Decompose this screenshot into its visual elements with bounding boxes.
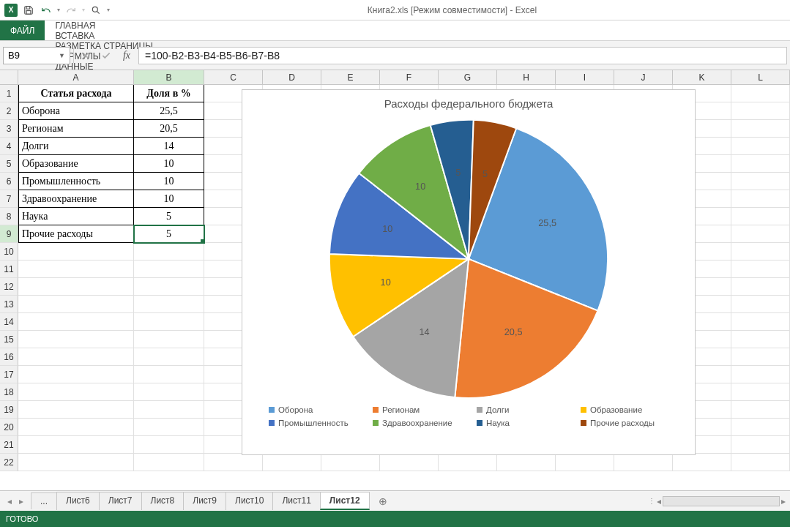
row-header-5[interactable]: 5 bbox=[0, 155, 18, 173]
row-header-10[interactable]: 10 bbox=[0, 243, 18, 261]
col-header-E[interactable]: E bbox=[321, 70, 380, 84]
sheet-tab-Лист10[interactable]: Лист10 bbox=[226, 492, 273, 510]
row-header-2[interactable]: 2 bbox=[0, 102, 18, 120]
row-header-12[interactable]: 12 bbox=[0, 278, 18, 296]
cell-L22[interactable] bbox=[731, 454, 790, 471]
cell-A15[interactable] bbox=[18, 331, 134, 348]
cell-C22[interactable] bbox=[204, 454, 263, 471]
row-header-7[interactable]: 7 bbox=[0, 190, 18, 208]
cell-H22[interactable] bbox=[497, 454, 556, 471]
cell-L4[interactable] bbox=[731, 138, 790, 155]
spreadsheet-grid[interactable]: ABCDEFGHIJKL 123456789101112131415161718… bbox=[0, 70, 790, 490]
cell-L2[interactable] bbox=[731, 102, 790, 120]
cell-B21[interactable] bbox=[134, 436, 204, 454]
sheet-nav-first-icon[interactable]: ◂ bbox=[4, 496, 15, 506]
col-header-H[interactable]: H bbox=[497, 70, 556, 84]
cell-A5[interactable]: Образование bbox=[18, 155, 134, 173]
cell-L17[interactable] bbox=[731, 366, 790, 383]
cell-A17[interactable] bbox=[18, 366, 134, 383]
cell-A18[interactable] bbox=[18, 383, 134, 401]
cell-L21[interactable] bbox=[731, 436, 790, 454]
cell-A22[interactable] bbox=[18, 454, 134, 471]
select-all-corner[interactable] bbox=[0, 70, 18, 84]
cell-G22[interactable] bbox=[439, 454, 497, 471]
sheet-tab-Лист11[interactable]: Лист11 bbox=[272, 492, 320, 510]
row-header-14[interactable]: 14 bbox=[0, 313, 18, 331]
cell-A2[interactable]: Оборона bbox=[18, 102, 134, 120]
cell-I22[interactable] bbox=[556, 454, 614, 471]
tab-главная[interactable]: ГЛАВНАЯ bbox=[45, 20, 163, 31]
scroll-right-icon[interactable]: ▸ bbox=[781, 496, 786, 506]
sheet-tab-Лист7[interactable]: Лист7 bbox=[99, 492, 142, 510]
cell-B16[interactable] bbox=[134, 348, 204, 366]
row-header-9[interactable]: 9 bbox=[0, 225, 18, 243]
col-header-K[interactable]: K bbox=[673, 70, 731, 84]
fx-icon[interactable]: fx bbox=[118, 47, 135, 64]
cell-B10[interactable] bbox=[134, 243, 204, 261]
cell-L6[interactable] bbox=[731, 173, 790, 190]
cell-L20[interactable] bbox=[731, 419, 790, 436]
col-header-A[interactable]: A bbox=[18, 70, 134, 84]
cell-B17[interactable] bbox=[134, 366, 204, 383]
cell-B22[interactable] bbox=[134, 454, 204, 471]
row-header-3[interactable]: 3 bbox=[0, 120, 18, 138]
redo-icon[interactable] bbox=[64, 4, 78, 17]
row-header-6[interactable]: 6 bbox=[0, 173, 18, 190]
cell-B1[interactable]: Доля в % bbox=[134, 85, 204, 102]
col-header-L[interactable]: L bbox=[731, 70, 790, 84]
cell-B5[interactable]: 10 bbox=[134, 155, 204, 173]
sheet-tab-ellipsis[interactable]: ... bbox=[31, 492, 57, 509]
cell-L10[interactable] bbox=[731, 243, 790, 261]
cell-F22[interactable] bbox=[380, 454, 439, 471]
cell-B18[interactable] bbox=[134, 383, 204, 401]
sheet-tab-Лист6[interactable]: Лист6 bbox=[56, 492, 100, 510]
cell-L3[interactable] bbox=[731, 120, 790, 138]
col-header-I[interactable]: I bbox=[556, 70, 614, 84]
row-header-13[interactable]: 13 bbox=[0, 296, 18, 313]
cell-B6[interactable]: 10 bbox=[134, 173, 204, 190]
cell-D22[interactable] bbox=[263, 454, 321, 471]
row-header-19[interactable]: 19 bbox=[0, 401, 18, 419]
row-header-17[interactable]: 17 bbox=[0, 366, 18, 383]
sheet-tab-Лист8[interactable]: Лист8 bbox=[141, 492, 185, 510]
cell-B2[interactable]: 25,5 bbox=[134, 102, 204, 120]
formula-input[interactable]: =100-B2-B3-B4-B5-B6-B7-B8 bbox=[138, 47, 787, 64]
cell-A9[interactable]: Прочие расходы bbox=[18, 225, 134, 243]
row-header-20[interactable]: 20 bbox=[0, 419, 18, 436]
cell-B7[interactable]: 10 bbox=[134, 190, 204, 208]
cell-L12[interactable] bbox=[731, 278, 790, 296]
embedded-chart[interactable]: Расходы федерального бюджета 25,520,5141… bbox=[242, 89, 696, 455]
col-header-F[interactable]: F bbox=[380, 70, 439, 84]
add-sheet-icon[interactable]: ⊕ bbox=[375, 495, 391, 507]
cell-B20[interactable] bbox=[134, 419, 204, 436]
cell-A10[interactable] bbox=[18, 243, 134, 261]
cell-L18[interactable] bbox=[731, 383, 790, 401]
cell-A12[interactable] bbox=[18, 278, 134, 296]
row-header-8[interactable]: 8 bbox=[0, 208, 18, 225]
cell-B9[interactable]: 5 bbox=[134, 225, 204, 243]
save-icon[interactable] bbox=[22, 4, 35, 17]
cell-J22[interactable] bbox=[614, 454, 673, 471]
tab-вставка[interactable]: ВСТАВКА bbox=[45, 31, 163, 41]
row-header-15[interactable]: 15 bbox=[0, 331, 18, 348]
cell-A8[interactable]: Наука bbox=[18, 208, 134, 225]
name-box[interactable]: B9 ▼ bbox=[3, 47, 70, 64]
row-header-22[interactable]: 22 bbox=[0, 454, 18, 471]
cell-E22[interactable] bbox=[321, 454, 380, 471]
col-header-C[interactable]: C bbox=[204, 70, 263, 84]
cell-L1[interactable] bbox=[731, 85, 790, 102]
row-header-4[interactable]: 4 bbox=[0, 138, 18, 155]
col-header-B[interactable]: B bbox=[134, 70, 204, 84]
cell-L13[interactable] bbox=[731, 296, 790, 313]
cell-B19[interactable] bbox=[134, 401, 204, 419]
cell-L15[interactable] bbox=[731, 331, 790, 348]
cell-L19[interactable] bbox=[731, 401, 790, 419]
cell-B11[interactable] bbox=[134, 261, 204, 278]
row-header-16[interactable]: 16 bbox=[0, 348, 18, 366]
cell-L8[interactable] bbox=[731, 208, 790, 225]
row-header-11[interactable]: 11 bbox=[0, 261, 18, 278]
cell-B14[interactable] bbox=[134, 313, 204, 331]
cell-B8[interactable]: 5 bbox=[134, 208, 204, 225]
chevron-down-icon[interactable]: ▼ bbox=[59, 52, 65, 59]
cell-K22[interactable] bbox=[673, 454, 731, 471]
